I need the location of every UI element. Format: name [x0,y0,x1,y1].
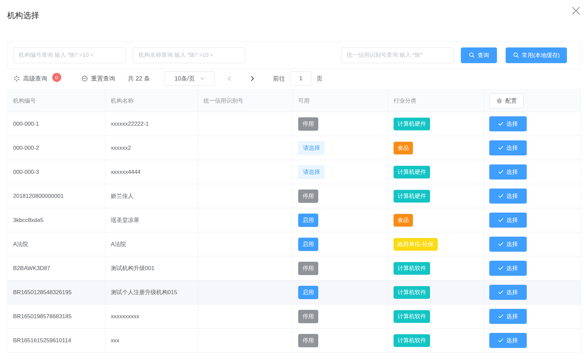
search-button[interactable]: 查询 [461,47,497,63]
credit-id-cell [198,280,293,305]
credit-id-cell [198,112,293,136]
org-code-cell: 000-000-3 [8,160,105,184]
org-name-cell: 瑶圣堂凉茶 [105,208,198,232]
check-icon [498,218,503,222]
org-name-cell: A法院 [105,232,198,256]
config-button[interactable]: 配置 [489,93,524,108]
favorites-button-label: 常用(本地缓存) [522,51,560,59]
reset-search-button[interactable]: 重置查询 [81,75,115,83]
check-icon [498,338,503,343]
industry-tag: 计算机软件 [394,334,430,347]
header-org-code: 机构编号 [8,90,105,112]
credit-id-cell [198,256,293,280]
org-name-cell: 娇兰佳人 [105,184,198,208]
org-name-cell: 测试个人注册升级机构015 [105,280,198,305]
table-row: 3kbcc8xda5 瑶圣堂凉茶 启用 食品 选择 [8,208,581,232]
table-row: BR1651615259610114 xxx 停用 计算机软件 选择 [8,329,581,353]
search-icon [513,52,519,58]
chevron-left-icon[interactable] [223,72,236,85]
select-button[interactable]: 选择 [489,189,527,204]
select-button[interactable]: 选择 [489,140,527,155]
chevron-right-icon[interactable] [246,72,259,85]
select-button[interactable]: 选择 [489,285,527,300]
org-name-cell: 测试机构升级001 [105,256,198,280]
table-row: B2BAWK3D87 测试机构升级001 停用 计算机软件 选择 [8,256,581,280]
org-name-cell: xxx [105,329,198,353]
select-button[interactable]: 选择 [489,237,527,252]
status-badge: 停用 [298,334,318,347]
status-badge[interactable]: 请选择 [298,141,325,155]
select-button[interactable]: 选择 [489,164,527,179]
advanced-search-label: 高级查询 [23,75,47,83]
page-size-value: 10条/页 [175,75,195,83]
favorites-button[interactable]: 常用(本地缓存) [506,47,567,63]
org-code-cell: B2BAWK3D87 [8,256,105,280]
select-button-label: 选择 [506,264,518,272]
page-size-select[interactable]: 10条/页 [164,72,215,86]
status-badge: 停用 [298,262,318,275]
header-credit-id: 统一信用识别号 [198,90,293,112]
org-code-cell: BR1650198578683185 [8,305,105,329]
goto-page-input[interactable] [290,72,312,86]
org-code-cell: 000-000-2 [8,136,105,160]
industry-tag: 政府单位-社保 [394,238,438,251]
select-button[interactable]: 选择 [489,213,527,228]
industry-tag: 计算机软件 [394,262,430,275]
org-name-cell: xxxxxx2 [105,136,198,160]
table-row: 2018120800000001 娇兰佳人 停用 计算机硬件 选择 [8,184,581,208]
select-button[interactable]: 选择 [489,261,527,276]
check-icon [498,122,503,126]
org-name-cell: xxxxxx22222-1 [105,112,198,136]
credit-id-cell [198,305,293,329]
credit-id-cell [198,160,293,184]
check-icon [498,242,503,246]
select-button[interactable]: 选择 [489,333,527,348]
search-icon [469,52,475,58]
industry-tag: 食品 [394,142,413,154]
select-button-label: 选择 [506,168,518,176]
select-button-label: 选择 [506,120,518,128]
org-code-cell: A法院 [8,232,105,256]
status-badge[interactable]: 请选择 [298,165,325,179]
status-badge: 停用 [298,117,318,131]
credit-id-cell [198,136,293,160]
goto-suffix-label: 页 [317,75,323,83]
org-table: 机构编号 机构名称 统一信用识别号 可用 行业分类 配置 000-000-1 x… [7,90,581,353]
select-button-label: 选择 [506,144,518,152]
org-name-input[interactable] [133,47,245,63]
chevron-down-icon [200,76,204,81]
industry-tag: 计算机软件 [394,286,430,299]
goto-prefix-label: 前往 [273,75,285,83]
check-icon [498,146,503,150]
org-code-cell: 3kbcc8xda5 [8,208,105,232]
minus-circle-icon [81,75,88,82]
select-button-label: 选择 [506,313,518,320]
industry-tag: 计算机硬件 [394,166,430,178]
check-icon [498,194,503,198]
advanced-count-badge: 0 [52,73,61,82]
org-code-cell: 2018120800000001 [8,184,105,208]
credit-id-input[interactable] [341,47,453,63]
select-button[interactable]: 选择 [489,116,527,131]
status-badge: 停用 [298,190,318,203]
select-button-label: 选择 [506,240,518,248]
org-code-cell: 000-000-1 [8,112,105,136]
check-icon [498,266,503,270]
close-icon[interactable] [569,4,583,17]
check-icon [498,290,503,294]
toolbar: 高级查询 0 重置查询 共 22 条 10条/页 前往 页 [7,71,581,86]
total-count: 共 22 条 [128,75,150,83]
credit-id-cell [198,184,293,208]
select-button-label: 选择 [506,216,518,224]
table-header-row: 机构编号 机构名称 统一信用识别号 可用 行业分类 配置 [8,90,581,112]
select-button[interactable]: 选择 [489,309,527,324]
org-name-cell: xxxxxx4444 [105,160,198,184]
advanced-search-button[interactable]: 高级查询 0 [13,74,61,83]
table-row: 000-000-3 xxxxxx4444 请选择 计算机硬件 选择 [8,160,581,184]
org-code-cell: BR1650128548326195 [8,280,105,305]
config-button-label: 配置 [505,97,517,105]
table-body: 000-000-1 xxxxxx22222-1 停用 计算机硬件 选择 000-… [8,112,581,353]
search-button-label: 查询 [478,51,489,59]
select-button-label: 选择 [506,337,518,344]
org-code-input[interactable] [13,47,125,63]
